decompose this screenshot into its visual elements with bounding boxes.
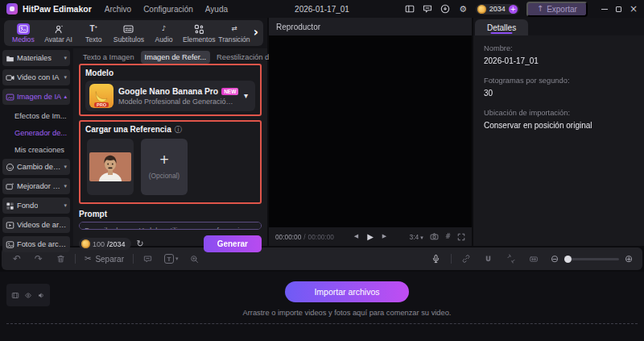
- sidebar-item-mejorador[interactable]: Mejorador d... ▾: [2, 178, 70, 194]
- more-tabs-chevron[interactable]: ›: [252, 27, 262, 40]
- main-area: Medios Avatar AI T+ Texto Subtítulos: [0, 18, 644, 246]
- info-icon[interactable]: ⓘ: [175, 126, 183, 134]
- sidebar-item-fondo[interactable]: Fondo ▾: [2, 198, 70, 214]
- tab-elementos[interactable]: Elementos: [181, 23, 217, 44]
- player-controls: 00:00:00 / 00:00:00 ◀ ▶ ▶ 3:4▾ #: [269, 227, 472, 246]
- delete-button[interactable]: [55, 253, 66, 264]
- tab-subtitulos[interactable]: Subtítulos: [111, 23, 147, 44]
- sidebar-item-fotos-de-archivo[interactable]: Fotos de archivo: [2, 236, 70, 252]
- image-generator-panel: Texto a Imagen Imagen de Refer... Reesti…: [73, 48, 267, 246]
- tab-texto[interactable]: T+ Texto: [76, 23, 111, 44]
- grid-icon[interactable]: #: [445, 233, 451, 240]
- zoom-out-button[interactable]: ⊖: [551, 254, 559, 264]
- generate-button[interactable]: Generar: [204, 235, 262, 252]
- app-logo-icon: [6, 3, 18, 15]
- plus-icon: +: [159, 154, 170, 166]
- redo-button[interactable]: ↷: [33, 253, 44, 264]
- tab-imagen-de-referencia[interactable]: Imagen de Refer...: [141, 51, 211, 64]
- sidebar-item-cambio-de-rostro[interactable]: Cambio de ro... ▾: [2, 159, 70, 175]
- reference-thumbnails: + (Opcional): [85, 139, 255, 195]
- menu-archivo[interactable]: Archivo: [105, 5, 131, 14]
- track-thumbnail-icon[interactable]: [11, 292, 19, 299]
- menu-ayuda[interactable]: Ayuda: [205, 5, 228, 14]
- banana-model-icon: PRO: [89, 84, 114, 108]
- tab-transicion[interactable]: ⇄ Transición: [217, 23, 252, 44]
- caret-down-icon: ▾: [175, 256, 179, 262]
- close-button[interactable]: ×: [630, 4, 638, 14]
- add-coins-button[interactable]: +: [509, 5, 518, 14]
- sidebar-item-imagen-de-ia[interactable]: Imagen de IA ▴: [2, 89, 70, 105]
- timeline-area: Importar archivos Arrastre o importe vid…: [0, 272, 644, 341]
- media-dropzone[interactable]: Importar archivos Arrastre o importe vid…: [56, 275, 638, 323]
- tab-avatar-ai[interactable]: Avatar AI: [41, 23, 76, 44]
- sidebar-subitem-mis-creaciones[interactable]: Mis creaciones: [2, 142, 70, 157]
- model-texts: Google Nano Banana Pro NEW Modelo Profes…: [118, 87, 236, 106]
- sidebar-item-materiales[interactable]: Materiales ▾: [2, 50, 70, 66]
- track-visibility-icon[interactable]: [24, 292, 32, 299]
- zoom-search-icon[interactable]: [188, 253, 200, 264]
- new-badge: NEW: [221, 88, 238, 95]
- zoom-slider-knob[interactable]: [564, 256, 572, 263]
- sidebar-item-video-con-ia[interactable]: Video con IA ▾: [2, 69, 70, 85]
- video-preview[interactable]: [269, 35, 472, 227]
- play-button[interactable]: ▶: [367, 233, 374, 241]
- gear-icon[interactable]: ⚙: [458, 4, 469, 15]
- model-dropdown-caret[interactable]: ▾: [241, 92, 251, 100]
- next-frame-button[interactable]: ▶: [382, 234, 386, 239]
- text-tool-button[interactable]: T ▾: [164, 254, 179, 264]
- snapshot-icon[interactable]: [430, 232, 439, 241]
- model-selector[interactable]: PRO Google Nano Banana Pro NEW Modelo Pr…: [85, 81, 255, 111]
- coin-icon: [81, 239, 90, 248]
- track-mute-icon[interactable]: [37, 292, 45, 299]
- sidebar-subitem-generador[interactable]: Generador de...: [2, 125, 70, 140]
- layout-icon[interactable]: [405, 4, 415, 15]
- generator-footer: 100 /2034 ↻ Generar: [79, 235, 262, 252]
- timeline-zoom-slider[interactable]: [564, 258, 619, 260]
- refresh-icon[interactable]: ↻: [137, 239, 144, 248]
- caret-down-icon: ▾: [64, 75, 67, 81]
- model-name: Google Nano Banana Pro: [118, 87, 218, 96]
- credits-used: 100: [93, 240, 105, 248]
- fullscreen-icon[interactable]: [457, 233, 465, 241]
- model-section-highlight: Modelo PRO Google Nano Banana Pro NEW: [79, 64, 262, 116]
- sidebar-subitem-efectos[interactable]: Efectos de Im...: [2, 108, 70, 123]
- text-icon: T+: [87, 23, 100, 35]
- video-enhancer-icon: [6, 182, 14, 191]
- tab-detalles[interactable]: Detalles: [475, 19, 528, 35]
- unlink-clips-icon[interactable]: [506, 253, 517, 264]
- export-button[interactable]: ↑ Exportar: [526, 2, 588, 17]
- undo-button[interactable]: ↶: [11, 253, 23, 264]
- link-clips-icon[interactable]: [460, 253, 472, 264]
- fit-timeline-icon[interactable]: [528, 253, 539, 264]
- tab-texto-a-imagen[interactable]: Texto a Imagen: [79, 51, 138, 64]
- import-files-button[interactable]: Importar archivos: [285, 281, 408, 302]
- feedback-icon[interactable]: [423, 4, 433, 15]
- caret-down-icon: ▾: [64, 164, 67, 170]
- credits-cost: 100 /2034: [79, 238, 131, 250]
- media-tabstrip: Medios Avatar AI T+ Texto Subtítulos: [4, 20, 263, 46]
- coin-balance[interactable]: 2034 +: [476, 4, 519, 15]
- microphone-button[interactable]: [431, 253, 442, 264]
- player-panel: Reproductor 00:00:00 / 00:00:00 ◀ ▶ ▶ 3:…: [269, 18, 472, 246]
- tab-audio[interactable]: ♪ Audio: [147, 23, 182, 44]
- magnet-snap-icon[interactable]: [483, 253, 494, 264]
- generator-tabs: Texto a Imagen Imagen de Refer... Reesti…: [79, 51, 262, 64]
- detail-field-nombre: Nombre: 2026-01-17_01: [484, 44, 634, 65]
- tab-medios[interactable]: Medios: [6, 23, 41, 44]
- zoom-in-button[interactable]: ⊕: [625, 254, 633, 264]
- add-reference-button[interactable]: + (Opcional): [141, 139, 188, 195]
- comment-icon[interactable]: [142, 253, 154, 264]
- window-controls: ×: [601, 4, 638, 14]
- prompt-input[interactable]: [79, 222, 262, 230]
- menu-configuracion[interactable]: Configuración: [143, 5, 193, 14]
- reference-image-thumbnail[interactable]: [87, 139, 134, 195]
- previous-frame-button[interactable]: ◀: [354, 234, 358, 239]
- split-button[interactable]: ✂ Separar: [85, 255, 124, 264]
- sidebar-item-videos-de-archivo[interactable]: Videos de archivo: [2, 217, 70, 233]
- audio-icon: ♪: [158, 23, 171, 35]
- download-icon[interactable]: [440, 4, 451, 15]
- transition-icon: ⇄: [228, 23, 241, 35]
- maximize-button[interactable]: [616, 6, 621, 12]
- minimize-button[interactable]: [601, 9, 608, 10]
- aspect-ratio-select[interactable]: 3:4▾: [410, 233, 423, 241]
